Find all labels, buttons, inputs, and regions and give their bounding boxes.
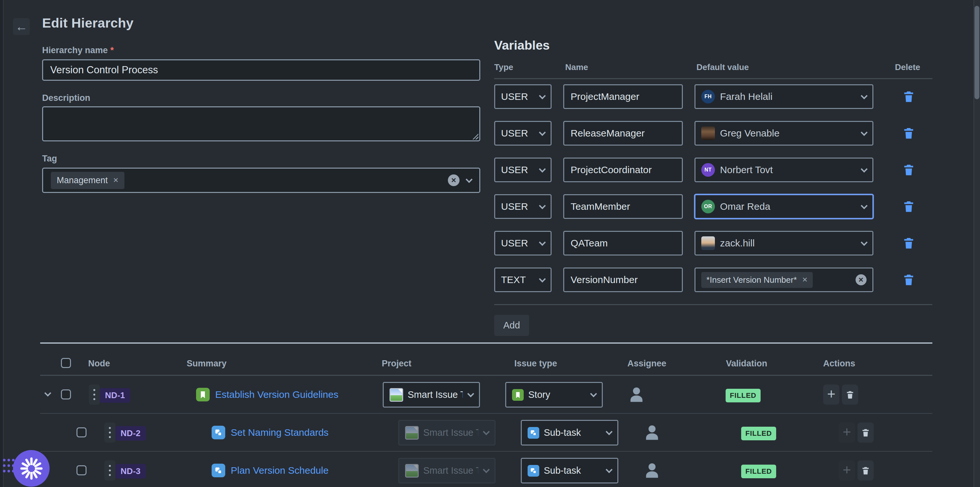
variable-name-input[interactable] xyxy=(563,268,683,292)
row-checkbox[interactable] xyxy=(76,427,86,438)
trash-icon xyxy=(902,89,915,104)
node-id-badge: ND-1 xyxy=(100,388,130,403)
delete-variable-button[interactable] xyxy=(902,163,915,178)
delete-variable-button[interactable] xyxy=(902,236,915,251)
validation-badge: FILLED xyxy=(725,389,760,402)
drag-handle[interactable] xyxy=(89,385,100,405)
delete-variable-button[interactable] xyxy=(902,126,915,141)
subtask-icon xyxy=(528,465,539,477)
trash-icon xyxy=(902,199,915,213)
project-select[interactable]: Smart Issue T xyxy=(383,382,480,407)
variable-type-select[interactable]: USER xyxy=(494,194,552,219)
remove-value-icon[interactable]: ✕ xyxy=(802,276,808,284)
col-summary: Summary xyxy=(187,359,226,369)
assignee-button[interactable] xyxy=(643,423,661,443)
assignee-button[interactable] xyxy=(628,385,645,405)
trash-icon xyxy=(845,390,854,400)
chevron-down-icon xyxy=(539,93,546,99)
default-value-multiselect[interactable]: *Insert Version Number* ✕ ✕ xyxy=(695,268,873,292)
hierarchy-name-input[interactable] xyxy=(42,59,480,81)
chevron-down-icon xyxy=(539,276,546,283)
trash-icon xyxy=(902,163,915,177)
clear-all-icon[interactable]: ✕ xyxy=(856,274,867,285)
project-select-disabled: Smart Issue T xyxy=(398,458,495,484)
col-issue-type: Issue type xyxy=(514,359,557,369)
issue-type-select[interactable]: Story xyxy=(505,382,603,407)
add-child-button-disabled: + xyxy=(839,460,855,481)
divider xyxy=(494,78,932,79)
variable-type-select[interactable]: USER xyxy=(494,121,552,145)
variable-type-select[interactable]: USER xyxy=(494,231,552,255)
drag-handle[interactable] xyxy=(104,460,115,481)
default-value-select[interactable]: FH Farah Helali xyxy=(695,84,873,109)
person-icon xyxy=(643,461,661,480)
tag-chip: Management ✕ xyxy=(51,172,124,189)
row-checkbox[interactable] xyxy=(61,390,71,399)
project-avatar-icon xyxy=(390,388,403,402)
project-select-disabled: Smart Issue T xyxy=(398,420,495,445)
variable-name-input[interactable] xyxy=(563,194,683,219)
description-textarea[interactable] xyxy=(42,106,480,141)
issue-type-select[interactable]: Sub-task xyxy=(521,420,618,445)
delete-node-button[interactable] xyxy=(858,460,874,481)
assignee-button[interactable] xyxy=(643,461,661,481)
remove-tag-icon[interactable]: ✕ xyxy=(113,176,119,184)
default-value-select[interactable]: zack.hill xyxy=(695,231,873,255)
chevron-down-icon[interactable] xyxy=(466,176,473,183)
variable-row: USER zack.hill xyxy=(494,231,932,255)
delete-node-button[interactable] xyxy=(858,423,874,442)
back-button[interactable]: ← xyxy=(13,18,30,35)
story-icon xyxy=(196,388,210,401)
summary-link[interactable]: Plan Version Schedule xyxy=(231,465,329,476)
variable-type-select[interactable]: TEXT xyxy=(494,268,552,292)
starburst-icon xyxy=(20,457,43,480)
arrow-left-icon: ← xyxy=(15,20,27,34)
variable-row: USER FH Farah Helali xyxy=(494,84,932,109)
trash-icon xyxy=(902,126,915,140)
table-row: ND-2 Set Naming Standards Smart Issue T … xyxy=(40,414,932,452)
variable-row: USER OR Omar Reda xyxy=(494,194,932,219)
row-checkbox[interactable] xyxy=(76,465,86,475)
scrollbar-track[interactable] xyxy=(974,0,980,487)
summary-link[interactable]: Set Naming Standards xyxy=(231,427,329,438)
drag-handle[interactable] xyxy=(104,423,115,442)
assistant-fab-button[interactable] xyxy=(13,450,49,487)
subtask-icon xyxy=(212,426,225,439)
trash-icon xyxy=(902,236,915,250)
delete-variable-button[interactable] xyxy=(902,89,915,104)
col-name: Name xyxy=(565,62,685,72)
nodes-table: Node Summary Project Issue type Assignee… xyxy=(40,342,932,487)
default-value-select[interactable]: NT Norbert Tovt xyxy=(695,158,873,182)
select-all-checkbox[interactable] xyxy=(61,358,71,368)
variables-title: Variables xyxy=(494,38,932,53)
variable-type-select[interactable]: USER xyxy=(494,158,552,182)
avatar: OR xyxy=(701,200,715,213)
variable-name-input[interactable] xyxy=(563,84,683,109)
variable-type-select[interactable]: USER xyxy=(494,84,552,109)
tag-select[interactable]: Management ✕ ✕ xyxy=(42,168,480,193)
variable-row: USER Greg Venable xyxy=(494,121,932,145)
delete-variable-button[interactable] xyxy=(902,272,915,287)
col-node: Node xyxy=(88,359,110,369)
person-icon xyxy=(643,423,661,442)
summary-link[interactable]: Establish Version Guidelines xyxy=(215,389,338,400)
issue-type-select[interactable]: Sub-task xyxy=(521,458,618,484)
delete-node-button[interactable] xyxy=(842,385,858,405)
chevron-down-icon xyxy=(539,166,546,172)
variable-name-input[interactable] xyxy=(563,231,683,255)
col-assignee: Assignee xyxy=(627,359,666,369)
page-title: Edit Hierarchy xyxy=(42,16,134,31)
add-child-button[interactable]: + xyxy=(823,385,839,405)
collapse-chevron-icon[interactable] xyxy=(45,390,51,396)
scrollbar-thumb[interactable] xyxy=(975,6,979,99)
col-project: Project xyxy=(382,359,412,369)
clear-all-icon[interactable]: ✕ xyxy=(448,174,460,186)
variable-name-input[interactable] xyxy=(563,121,683,145)
default-value-select[interactable]: Greg Venable xyxy=(695,121,873,145)
add-variable-button[interactable]: Add xyxy=(494,315,529,336)
col-actions: Actions xyxy=(823,359,855,369)
delete-variable-button[interactable] xyxy=(902,199,915,214)
trash-icon xyxy=(861,465,870,476)
default-value-select[interactable]: OR Omar Reda xyxy=(695,194,873,219)
variable-name-input[interactable] xyxy=(563,158,683,182)
